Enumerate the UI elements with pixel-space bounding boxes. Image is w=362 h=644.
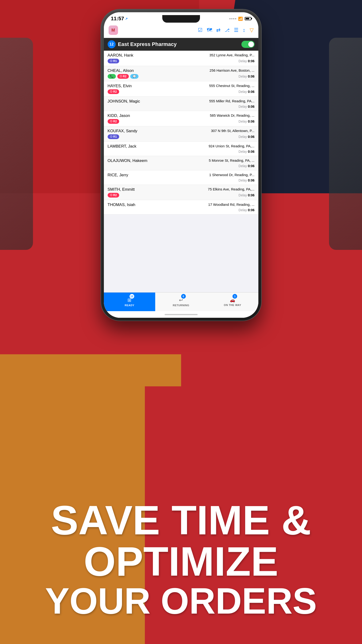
checkbox-icon[interactable]: ☑ <box>198 27 203 33</box>
patient-row-bottom: Ⓘ R1 Delay 0:06 <box>108 134 255 139</box>
patient-row-bottom: Delay 0:06 <box>108 150 255 154</box>
patient-name: AARON, Hank <box>108 53 134 58</box>
toolbar: M ☑ 🗺 ⇄ ⎇ ☰ ↕ ▽ <box>104 24 258 38</box>
logo-letter: M <box>111 28 115 33</box>
tag-chat: 💬 <box>130 74 138 79</box>
patient-row-top: AARON, Hank 352 Lynne Ave, Reading, P... <box>108 53 255 58</box>
patient-row-top: JOHNSON, Magic 555 Miller Rd, Reading, P… <box>108 99 255 104</box>
delay-value: 0:06 <box>248 120 254 123</box>
refresh-icon[interactable]: ⇄ <box>216 27 220 33</box>
bottom-tabs: 12 ⊞ READY 0 ↩ RETURNING 1 🚗 ON THE WAY <box>104 292 258 311</box>
time-display: 11:57 <box>111 16 124 22</box>
patient-row-bottom: Ⓘ R2 Delay 0:06 <box>108 193 255 198</box>
delay-value: 0:06 <box>248 74 254 78</box>
patient-tags: Ⓘ R1 <box>108 59 119 64</box>
tab-ready-badge: 12 <box>130 294 134 299</box>
patient-row-top: KIDD, Jason 585 Warwick Dr, Reading, ... <box>108 114 255 118</box>
patient-row[interactable]: HAYES, Elvin 555 Chestnut St, Reading, .… <box>104 81 258 97</box>
patient-name: LAMBERT, Jack <box>108 144 137 149</box>
delay-label: Delay 0:06 <box>239 135 255 138</box>
delay-value: 0:06 <box>248 90 254 94</box>
delay-value: 0:06 <box>248 208 254 212</box>
battery-icon <box>245 17 251 20</box>
patient-address: 307 N 9th St, Allentown, P... <box>211 129 255 133</box>
tag-circle-icon: Ⓘ <box>110 194 112 197</box>
patient-tags: Ⓘ R1 <box>108 134 119 139</box>
patient-name: RICE, Jerry <box>108 173 128 178</box>
delay-value: 0:06 <box>248 135 254 138</box>
pharmacy-toggle[interactable] <box>241 41 255 48</box>
tab-returning[interactable]: 0 ↩ RETURNING <box>155 292 207 311</box>
patient-row[interactable]: THOMAS, Isiah 17 Woodland Rd, Reading, .… <box>104 200 258 214</box>
tag-circle-icon: Ⓘ <box>110 90 112 93</box>
tag-circle-icon: Ⓘ <box>110 60 112 63</box>
map-icon[interactable]: 🗺 <box>207 27 212 33</box>
patient-row[interactable]: KIDD, Jason 585 Warwick Dr, Reading, ...… <box>104 111 258 126</box>
patient-tags: 📞 Ⓘ R2 💬 <box>108 74 138 79</box>
patient-name: JOHNSON, Magic <box>108 99 140 104</box>
list-icon[interactable]: ☰ <box>234 27 239 33</box>
patient-name: OLAJUWON, Hakeem <box>108 158 147 163</box>
delay-value: 0:06 <box>248 59 254 63</box>
chat-icon: 💬 <box>133 75 136 78</box>
patient-name: CHEAL, Alison <box>108 68 134 73</box>
delay-label: Delay 0:06 <box>239 164 255 168</box>
patient-row[interactable]: SMITH, Emmitt 75 Elkins Ave, Reading, PA… <box>104 185 258 200</box>
tag-circle-icon: Ⓘ <box>110 120 112 123</box>
phone-device: 11:57 ↗ 📶 <box>101 10 261 320</box>
patient-address: 924 Union St, Reading, PA,... <box>209 144 255 148</box>
patient-row[interactable]: AARON, Hank 352 Lynne Ave, Reading, P...… <box>104 51 258 66</box>
patient-row-top: RICE, Jerry 1 Sherwood Dr, Reading, P... <box>108 173 255 178</box>
tab-ready[interactable]: 12 ⊞ READY <box>104 292 155 311</box>
location-arrow-icon: ↗ <box>125 17 128 20</box>
patient-row[interactable]: RICE, Jerry 1 Sherwood Dr, Reading, P...… <box>104 170 258 185</box>
patient-address: 75 Elkins Ave, Reading, PA,... <box>208 187 255 191</box>
status-right-icons: 📶 <box>229 16 251 21</box>
headline-line2: OPTIMIZE <box>45 541 317 582</box>
patient-row-top: KOUFAX, Sandy 307 N 9th St, Allentown, P… <box>108 129 255 134</box>
patient-address: 17 Woodland Rd, Reading, ... <box>208 202 255 206</box>
status-time: 11:57 ↗ <box>111 16 128 22</box>
tag-r2: Ⓘ R2 <box>108 89 119 94</box>
patient-row-top: THOMAS, Isiah 17 Woodland Rd, Reading, .… <box>108 202 255 207</box>
patient-row[interactable]: LAMBERT, Jack 924 Union St, Reading, PA,… <box>104 142 258 156</box>
toolbar-icons[interactable]: ☑ 🗺 ⇄ ⎇ ☰ ↕ ▽ <box>198 27 254 33</box>
delay-label: Delay 0:06 <box>239 105 255 108</box>
headline-line3: YOUR ORDERS <box>45 582 317 620</box>
patient-name: HAYES, Elvin <box>108 84 132 88</box>
tag-circle-icon: Ⓘ <box>120 75 122 78</box>
phone-icon: 📞 <box>110 75 113 78</box>
app-logo: M <box>109 26 118 35</box>
tag-r2: Ⓘ R2 <box>108 193 119 198</box>
headline-line1: SAVE TIME & <box>45 500 317 541</box>
delay-label: Delay 0:06 <box>239 178 255 182</box>
share-icon[interactable]: ⎇ <box>225 28 230 33</box>
on-the-way-label: ON THE WAY <box>224 304 241 306</box>
patient-address: 585 Warwick Dr, Reading, ... <box>210 114 255 118</box>
patient-row[interactable]: JOHNSON, Magic 555 Miller Rd, Reading, P… <box>104 97 258 111</box>
patient-row-bottom: Delay 0:06 <box>108 164 255 168</box>
patient-row-bottom: 📞 Ⓘ R2 💬 Delay 0:06 <box>108 74 255 79</box>
patient-name: KOUFAX, Sandy <box>108 129 138 134</box>
patient-row-bottom: Ⓘ R2 Delay 0:06 <box>108 119 255 124</box>
pharmacy-count-badge: 12 <box>108 40 116 48</box>
patient-tags: Ⓘ R2 <box>108 89 119 94</box>
home-bar <box>165 314 198 315</box>
filter-icon[interactable]: ▽ <box>250 27 254 33</box>
tag-r1: Ⓘ R1 <box>108 59 119 64</box>
patient-address: 555 Miller Rd, Reading, PA... <box>209 99 254 103</box>
delay-label: Delay 0:06 <box>239 193 255 197</box>
patient-row[interactable]: CHEAL, Alison 256 Harrison Ave, Boston, … <box>104 66 258 81</box>
patient-row-top: CHEAL, Alison 256 Harrison Ave, Boston, … <box>108 68 255 73</box>
tab-on-the-way[interactable]: 1 🚗 ON THE WAY <box>207 292 258 311</box>
delay-label: Delay 0:06 <box>239 59 255 63</box>
sort-icon[interactable]: ↕ <box>243 27 245 33</box>
patient-name: SMITH, Emmitt <box>108 187 135 192</box>
patient-row-top: OLAJUWON, Hakeem 5 Monroe St, Reading, P… <box>108 158 255 163</box>
ready-label: READY <box>125 304 134 307</box>
patient-address: 1 Sherwood Dr, Reading, P... <box>209 173 254 177</box>
patient-address: 256 Harrison Ave, Boston, ... <box>210 68 255 72</box>
headline-section: SAVE TIME & OPTIMIZE YOUR ORDERS <box>0 361 362 644</box>
patient-row[interactable]: KOUFAX, Sandy 307 N 9th St, Allentown, P… <box>104 126 258 142</box>
patient-row[interactable]: OLAJUWON, Hakeem 5 Monroe St, Reading, P… <box>104 156 258 170</box>
